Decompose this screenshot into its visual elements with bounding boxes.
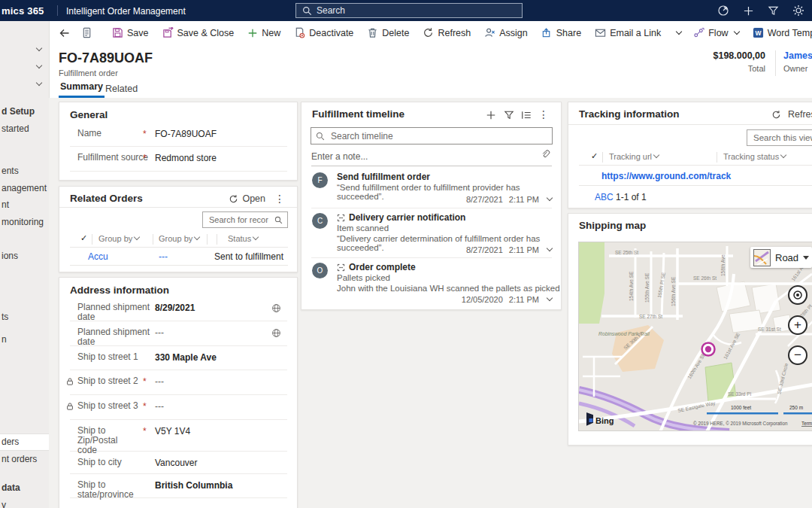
map-zoom-in-button[interactable]: + [788, 315, 807, 335]
field-row[interactable]: Ship to street 3 * --- [70, 394, 287, 420]
save-button[interactable]: Save [112, 27, 149, 38]
chevron-down-icon[interactable] [35, 78, 41, 89]
sidebar-item[interactable]: n [2, 334, 7, 345]
globe-icon[interactable] [271, 328, 281, 338]
timeline-search-input[interactable] [329, 130, 547, 142]
map-style-selector[interactable]: Road [750, 247, 812, 268]
flow-button[interactable]: Flow [693, 27, 738, 38]
new-button[interactable]: New [247, 28, 280, 38]
sidebar-item[interactable]: monitoring [2, 217, 44, 227]
filter-icon[interactable] [768, 5, 779, 17]
timeline-entry-title[interactable]: Order complete [337, 262, 416, 272]
chevron-down-icon[interactable] [35, 44, 41, 54]
column-header[interactable]: Tracking url [609, 152, 659, 161]
sidebar-item[interactable]: started [2, 123, 29, 134]
view-search-input[interactable] [752, 132, 812, 143]
map-terms-link[interactable]: Terms [801, 421, 812, 426]
field-value[interactable]: --- [155, 327, 164, 338]
delete-button[interactable]: Delete [367, 27, 409, 38]
subgrid-search-box[interactable] [202, 211, 288, 228]
plus-icon[interactable] [743, 5, 754, 17]
expand-all-icon[interactable] [521, 110, 532, 120]
field-value[interactable]: --- [155, 401, 164, 412]
share-button[interactable]: Share [541, 27, 581, 38]
column-header[interactable]: Status [228, 234, 258, 243]
grid-row[interactable]: https://www.ground.com/track [579, 168, 812, 184]
word-templates-button[interactable]: W Word Templates [753, 27, 812, 38]
deactivate-button[interactable]: Deactivate [294, 27, 353, 38]
timeline-search-box[interactable] [311, 127, 553, 144]
sidebar-item[interactable]: nt [2, 199, 9, 210]
overflow-menu-button[interactable] [674, 31, 681, 35]
column-header[interactable]: Group by [159, 234, 199, 243]
timeline-entry-date[interactable]: 12/05/20202:11 PM [462, 295, 552, 304]
filter-icon[interactable] [504, 110, 514, 120]
sidebar-item[interactable]: nt orders [2, 454, 37, 464]
sidebar-item[interactable]: y [2, 500, 6, 508]
compass-icon[interactable] [717, 5, 729, 17]
sidebar-item-selected[interactable]: ders [2, 437, 19, 447]
dynamics-brand[interactable]: mics 365 [2, 5, 44, 17]
subgrid-search-input[interactable] [208, 214, 270, 225]
sidebar-item[interactable]: ions [2, 251, 18, 261]
field-value[interactable]: FO-7A89UOAF [155, 129, 217, 139]
save-and-close-button[interactable]: Save & Close [162, 27, 235, 38]
gear-icon[interactable] [792, 5, 804, 17]
open-subgrid-button[interactable]: Open [229, 193, 265, 204]
chevron-down-icon[interactable] [35, 61, 41, 71]
email-link-button[interactable]: Email a Link [595, 27, 661, 38]
refresh-button[interactable]: Refresh [423, 27, 471, 38]
field-value[interactable]: V5Y 1V4 [155, 426, 190, 437]
global-search-box[interactable]: Search [295, 3, 523, 18]
globe-icon[interactable] [271, 303, 281, 313]
bing-map[interactable]: SE 25th St 154th Ave SE 155th Ave SE 155… [578, 242, 812, 431]
field-row[interactable]: Name * FO-7A89UOAF [70, 122, 287, 147]
form-selector-button[interactable] [81, 27, 92, 38]
app-name[interactable]: Intelligent Order Management [66, 6, 186, 17]
jump-bar-link[interactable]: ABC [595, 192, 614, 202]
field-value[interactable]: Redmond store [155, 153, 217, 163]
field-row[interactable]: Ship to state/province British Columnbia [70, 473, 287, 498]
note-entry-row[interactable]: Enter a note... [311, 149, 552, 166]
owner-value[interactable]: James Ma [783, 50, 812, 61]
cell-value[interactable]: --- [159, 251, 168, 262]
map-zoom-out-button[interactable]: − [788, 345, 807, 365]
paperclip-icon[interactable] [541, 150, 550, 160]
select-all-checkmark[interactable]: ✓ [80, 233, 87, 243]
field-value[interactable]: --- [155, 376, 164, 387]
tab-summary[interactable]: Summary [59, 78, 105, 98]
assign-button[interactable]: Assign [484, 27, 528, 38]
map-locate-button[interactable] [788, 285, 807, 305]
map-destination-marker[interactable] [702, 343, 715, 356]
field-row[interactable]: Planned shipment date --- [70, 321, 287, 346]
field-value[interactable]: 330 Maple Ave [155, 352, 217, 363]
field-value[interactable]: British Columnbia [155, 480, 232, 491]
more-commands-icon[interactable]: ⋮ [274, 193, 285, 205]
field-row[interactable]: Fulfillment source * Redmond store [70, 146, 287, 172]
sidebar-item[interactable]: ts [2, 312, 8, 322]
tracking-url-link[interactable]: https://www.ground.com/track [601, 171, 731, 181]
field-value[interactable]: 8/29/2021 [155, 303, 195, 313]
add-note-icon[interactable] [486, 110, 496, 120]
back-button[interactable] [59, 27, 71, 39]
timeline-entry-title[interactable]: Delivery carrier notification [337, 212, 465, 223]
column-header[interactable]: Tracking status [723, 152, 786, 161]
field-row[interactable]: Planned shipment date 8/29/2021 [70, 296, 287, 321]
more-commands-icon[interactable]: ⋮ [538, 108, 549, 120]
timeline-entry-date[interactable]: 8/27/20212:11 PM [466, 195, 552, 204]
field-row[interactable]: Ship to city Vancouver [70, 451, 287, 474]
sidebar-item[interactable]: ents [2, 166, 19, 176]
field-row[interactable]: Ship to street 1 330 Maple Ave [70, 345, 287, 370]
record-link[interactable]: Accu [88, 251, 108, 262]
column-header[interactable]: Group by [98, 234, 139, 243]
refresh-subgrid-button[interactable]: Refresh [771, 109, 812, 120]
field-value[interactable]: Vancouver [155, 458, 197, 468]
timeline-entry-title[interactable]: Send fulfillment order [337, 172, 430, 182]
field-row[interactable]: Ship to street 2 * --- [70, 370, 287, 395]
sidebar-item[interactable]: anagement [2, 183, 47, 193]
select-all-checkmark[interactable]: ✓ [591, 151, 598, 161]
timeline-entry-date[interactable]: 8/27/20212:11 PM [466, 245, 552, 254]
view-search-box[interactable] [747, 129, 812, 146]
grid-row[interactable]: Accu --- Sent to fulfillment [70, 250, 288, 264]
field-row[interactable]: Ship to Zip/Postal code * V5Y 1V4 [70, 419, 287, 452]
